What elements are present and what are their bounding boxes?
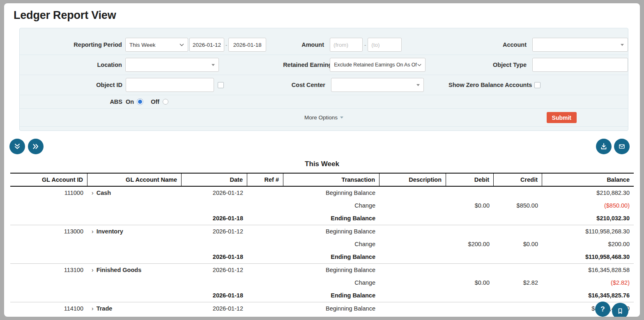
column-header-date: Date [182, 174, 247, 186]
date-cell [182, 199, 247, 212]
credit-cell [494, 264, 542, 277]
object-id-checkbox[interactable] [218, 82, 224, 88]
double-chevron-right-icon [32, 142, 40, 151]
date-from-input[interactable] [189, 38, 224, 52]
column-header-gl-account-id: GL Account ID [10, 174, 87, 186]
transaction-cell: Ending Balance [283, 212, 380, 225]
table-row: Change$0.00$850.00($850.00) [10, 199, 634, 212]
description-cell [380, 289, 446, 302]
description-cell [380, 212, 446, 225]
gl-account-name-cell [87, 277, 182, 289]
cost-center-select[interactable] [331, 78, 424, 92]
date-to-input[interactable] [228, 38, 266, 52]
expand-chevron-icon[interactable]: › [92, 228, 94, 235]
report-title: This Week [10, 160, 634, 168]
bookmark-button[interactable] [612, 303, 628, 317]
object-id-input[interactable] [126, 78, 214, 92]
date-cell: 2026-01-18 [182, 212, 247, 225]
table-header: GL Account IDGL Account NameDateRef #Tra… [10, 173, 634, 187]
cost-center-label: Cost Center [284, 82, 325, 88]
credit-cell [494, 251, 542, 263]
toolbar [10, 139, 634, 154]
column-header-credit: Credit [494, 174, 542, 186]
amount-from-input[interactable] [330, 38, 363, 52]
retained-earnings-field: Exclude Retained Earnings On As Of Da [324, 58, 447, 72]
reporting-period-select[interactable]: This Week [125, 38, 188, 52]
gl-account-name: Trade [97, 305, 113, 312]
gl-account-id-cell: 113100 [10, 264, 87, 277]
location-field [122, 58, 283, 72]
expand-all-button[interactable] [28, 139, 44, 154]
account-field [527, 38, 628, 52]
page-title: Ledger Report View [14, 9, 634, 22]
gl-account-id-cell [10, 238, 87, 251]
filter-row-4: ABS On Off [20, 95, 628, 109]
submit-button[interactable]: Submit [547, 112, 577, 123]
date-cell: 2026-01-12 [182, 264, 247, 277]
gl-account-id-cell [10, 277, 87, 289]
abs-off-radio[interactable] [163, 99, 168, 105]
more-options-toggle[interactable]: More Options [304, 114, 343, 121]
amount-to-input[interactable] [368, 38, 402, 52]
transaction-cell: Ending Balance [283, 289, 380, 302]
more-options-label: More Options [304, 114, 338, 121]
filter-row-2: Location Retained Earnings Exclude Retai… [20, 55, 628, 75]
gl-account-name-cell [87, 251, 182, 263]
abs-on-radio[interactable] [137, 99, 143, 105]
object-id-fields [122, 78, 284, 92]
balance-cell: $200.00 [542, 238, 634, 251]
transaction-cell: Change [283, 199, 380, 212]
retained-earnings-value: Exclude Retained Earnings On As Of Da [334, 62, 417, 68]
gl-account-name-cell: ›Cash [87, 187, 182, 199]
account-select[interactable] [532, 38, 628, 52]
description-cell [380, 251, 446, 263]
transaction-cell: Beginning Balance [283, 264, 380, 277]
debit-cell [446, 187, 494, 199]
credit-cell [494, 225, 542, 238]
table-row: 113100›Finished Goods2026-01-12Beginning… [10, 263, 634, 277]
debit-cell [446, 251, 494, 263]
gl-account-name-cell [87, 212, 182, 225]
download-button[interactable] [596, 139, 612, 154]
gl-account-id-cell: 114100 [10, 302, 87, 315]
expand-chevron-icon[interactable]: › [92, 305, 94, 312]
abs-fields: On Off [122, 98, 284, 105]
gl-account-name-cell [87, 199, 182, 212]
location-select[interactable] [125, 58, 219, 72]
email-button[interactable] [614, 139, 630, 154]
ref-cell [247, 225, 283, 238]
cost-center-field [325, 78, 448, 92]
collapse-all-button[interactable] [9, 139, 25, 154]
retained-earnings-select[interactable]: Exclude Retained Earnings On As Of Da [330, 58, 426, 72]
gl-account-name-cell [87, 238, 182, 251]
caret-down-icon [212, 64, 215, 66]
help-button[interactable]: ? [595, 302, 610, 317]
debit-cell [446, 302, 494, 315]
ref-cell [247, 212, 283, 225]
transaction-cell: Beginning Balance [283, 225, 380, 238]
date-cell: 2026-01-12 [182, 187, 247, 199]
show-zero-balance-checkbox[interactable] [534, 82, 540, 88]
description-cell [380, 225, 446, 238]
table-row: 111000›Cash2026-01-12Beginning Balance$2… [10, 187, 634, 199]
floating-buttons: ? [595, 302, 628, 317]
gl-account-name-cell: ›Inventory [87, 225, 182, 238]
email-icon [618, 142, 626, 151]
transaction-cell: Beginning Balance [283, 187, 380, 199]
expand-chevron-icon[interactable]: › [92, 190, 94, 196]
window-frame: Ledger Report View Reporting Period This… [0, 0, 644, 320]
account-label: Account [447, 41, 527, 48]
expand-chevron-icon[interactable]: › [92, 267, 94, 273]
credit-cell: $850.00 [494, 199, 542, 212]
gl-account-id-cell: 113000 [10, 225, 87, 238]
object-type-input[interactable] [532, 58, 628, 72]
gl-account-name-cell: ›Finished Goods [87, 264, 182, 277]
description-cell [380, 199, 446, 212]
date-range-separator: - [225, 42, 227, 48]
ledger-report-page: Ledger Report View Reporting Period This… [4, 3, 640, 317]
ref-cell [247, 187, 283, 199]
gl-account-name: Cash [97, 190, 111, 196]
show-zero-balance-label: Show Zero Balance Accounts [448, 82, 529, 88]
description-cell [380, 277, 446, 289]
balance-cell: ($850.00) [542, 199, 634, 212]
